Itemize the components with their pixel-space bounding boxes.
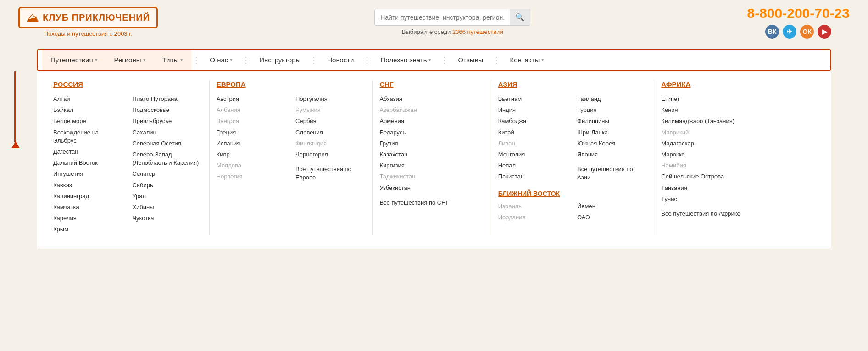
list-item[interactable]: Приэльбрусье — [132, 116, 202, 127]
logo-box[interactable]: ⛰ КЛУБ ПРИКЛЮЧЕНИЙ — [18, 7, 158, 28]
list-item[interactable]: Иордания — [498, 212, 568, 223]
list-item[interactable]: ОАЭ — [577, 212, 647, 223]
list-item[interactable]: Танзания — [661, 183, 810, 194]
list-item[interactable]: Сербия — [295, 116, 365, 127]
list-item[interactable]: Алтай — [53, 94, 123, 105]
middle-east-header[interactable]: БЛИЖНИЙ ВОСТОК — [498, 190, 647, 197]
list-item[interactable]: Непал — [498, 160, 568, 171]
nav-item-instructors[interactable]: Инструкторы — [251, 50, 309, 70]
list-item[interactable]: Таиланд — [577, 94, 647, 105]
list-item[interactable]: Дальний Восток — [53, 157, 123, 168]
list-item[interactable]: Йемен — [577, 201, 647, 212]
list-item[interactable]: Восхождение на Эльбрус — [53, 127, 123, 146]
list-item[interactable]: Кения — [661, 105, 810, 116]
list-item[interactable]: Калининград — [53, 191, 123, 202]
vk-icon[interactable]: ВК — [765, 25, 779, 39]
search-input[interactable] — [375, 10, 510, 25]
list-item[interactable]: Ливан — [498, 138, 568, 149]
europe-header[interactable]: ЕВРОПА — [217, 80, 366, 88]
list-item[interactable]: Килиманджаро (Танзания) — [661, 116, 810, 127]
list-item[interactable]: Урал — [132, 191, 202, 202]
list-item[interactable]: Египет — [661, 94, 810, 105]
list-item[interactable]: Грузия — [379, 138, 484, 149]
asia-all-link[interactable]: Все путешествия по Азии — [577, 164, 647, 183]
asia-header[interactable]: АЗИЯ — [498, 80, 647, 88]
list-item[interactable]: Казахстан — [379, 149, 484, 160]
search-count-link[interactable]: 2366 путешествий — [452, 28, 503, 35]
africa-all-link[interactable]: Все путешествия по Африке — [661, 208, 810, 219]
list-item[interactable]: Байкал — [53, 105, 123, 116]
list-item[interactable]: Индия — [498, 105, 568, 116]
list-item[interactable]: Австрия — [217, 94, 286, 105]
telegram-icon[interactable]: ✈ — [783, 25, 796, 39]
cis-all-link[interactable]: Все путешествия по СНГ — [379, 197, 484, 208]
list-item[interactable]: Мадагаскар — [661, 138, 810, 149]
list-item[interactable]: Португалия — [295, 94, 365, 105]
nav-item-news[interactable]: Новости — [319, 50, 362, 70]
list-item[interactable]: Албания — [217, 105, 286, 116]
list-item[interactable]: Кавказ — [53, 180, 123, 191]
list-item[interactable]: Плато Путорана — [132, 94, 202, 105]
list-item[interactable]: Молдова — [217, 160, 286, 171]
list-item[interactable]: Сахалин — [132, 127, 202, 138]
russia-header[interactable]: РОССИЯ — [53, 80, 202, 88]
list-item[interactable]: Пакистан — [498, 171, 568, 182]
list-item[interactable]: Финляндия — [295, 138, 365, 149]
list-item[interactable]: Израиль — [498, 201, 568, 212]
list-item[interactable]: Таджикистан — [379, 171, 484, 182]
list-item[interactable]: Армения — [379, 116, 484, 127]
list-item[interactable]: Абхазия — [379, 94, 484, 105]
africa-header[interactable]: АФРИКА — [661, 80, 810, 88]
list-item[interactable]: Марокко — [661, 149, 810, 160]
list-item[interactable]: Азербайджан — [379, 105, 484, 116]
list-item[interactable]: Монголия — [498, 149, 568, 160]
list-item[interactable]: Сейшельские Острова — [661, 171, 810, 182]
list-item[interactable]: Узбекистан — [379, 183, 484, 194]
list-item[interactable]: Венгрия — [217, 116, 286, 127]
nav-item-regions[interactable]: Регионы ▾ — [106, 50, 154, 70]
list-item[interactable]: Испания — [217, 138, 286, 149]
list-item[interactable]: Крым — [53, 224, 123, 235]
list-item[interactable]: Ингушетия — [53, 168, 123, 179]
list-item[interactable]: Беларусь — [379, 127, 484, 138]
nav-item-reviews[interactable]: Отзывы — [450, 50, 491, 70]
list-item[interactable]: Камчатка — [53, 202, 123, 213]
nav-item-travels[interactable]: Путешествия ▾ — [42, 50, 106, 70]
list-item[interactable]: Хибины — [132, 202, 202, 213]
list-item[interactable]: Чукотка — [132, 213, 202, 224]
nav-item-types[interactable]: Типы ▾ — [154, 50, 192, 70]
list-item[interactable]: Греция — [217, 127, 286, 138]
phone-number[interactable]: 8-800-200-70-23 — [747, 6, 850, 21]
list-item[interactable]: Подмосковье — [132, 105, 202, 116]
list-item[interactable]: Южная Корея — [577, 138, 647, 149]
nav-item-contacts[interactable]: Контакты ▾ — [501, 50, 552, 70]
list-item[interactable]: Киргизия — [379, 160, 484, 171]
list-item[interactable]: Кипр — [217, 149, 286, 160]
europe-all-link[interactable]: Все путешествия по Европе — [295, 164, 365, 183]
list-item[interactable]: Северо-Запад (Ленобласть и Карелия) — [132, 149, 202, 168]
list-item[interactable]: Намибия — [661, 160, 810, 171]
list-item[interactable]: Филиппины — [577, 116, 647, 127]
search-button[interactable]: 🔍 — [510, 9, 530, 25]
list-item[interactable]: Камбоджа — [498, 116, 568, 127]
youtube-icon[interactable]: ▶ — [818, 25, 831, 39]
list-item[interactable]: Белое море — [53, 116, 123, 127]
list-item[interactable]: Северная Осетия — [132, 138, 202, 149]
list-item[interactable]: Маврикий — [661, 127, 810, 138]
list-item[interactable]: Карелия — [53, 213, 123, 224]
nav-item-useful[interactable]: Полезно знать ▾ — [372, 50, 440, 70]
list-item[interactable]: Румыния — [295, 105, 365, 116]
ok-icon[interactable]: ОК — [800, 25, 814, 39]
list-item[interactable]: Норвегия — [217, 171, 286, 182]
nav-item-about[interactable]: О нас ▾ — [201, 50, 241, 70]
list-item[interactable]: Черногория — [295, 149, 365, 160]
list-item[interactable]: Япония — [577, 149, 647, 160]
list-item[interactable]: Селигер — [132, 168, 202, 179]
list-item[interactable]: Словения — [295, 127, 365, 138]
list-item[interactable]: Вьетнам — [498, 94, 568, 105]
list-item[interactable]: Шри-Ланка — [577, 127, 647, 138]
list-item[interactable]: Турция — [577, 105, 647, 116]
list-item[interactable]: Сибирь — [132, 180, 202, 191]
list-item[interactable]: Тунис — [661, 194, 810, 205]
list-item[interactable]: Дагестан — [53, 146, 123, 157]
